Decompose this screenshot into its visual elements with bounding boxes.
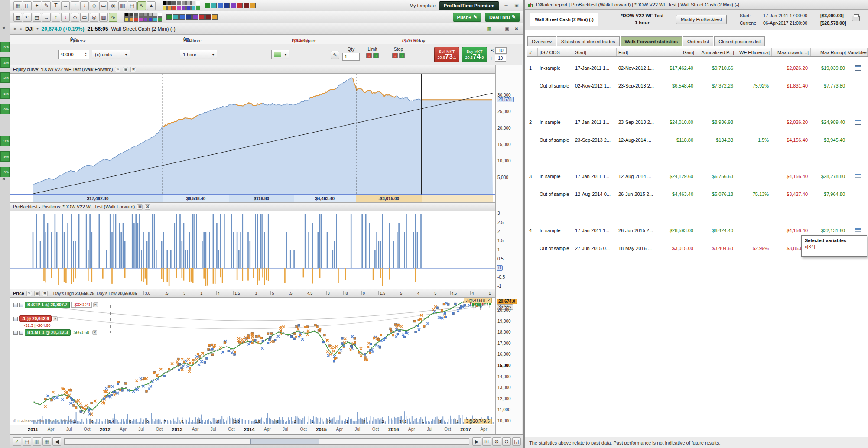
column-header[interactable]: WF Efficiency| — [736, 48, 772, 56]
color-swatch-icon[interactable] — [205, 3, 210, 8]
order-tool-icon[interactable] — [13, 331, 18, 335]
chevron-down-icon[interactable]: ▾ — [36, 27, 38, 31]
minimize-icon[interactable]: ─ — [503, 3, 510, 8]
pane-settings-icon[interactable]: ✎ — [26, 291, 32, 296]
color-swatch-icon[interactable] — [244, 3, 249, 8]
color-swatch-icon[interactable] — [129, 17, 133, 22]
snap-magnet-icon[interactable]: ⊞ — [482, 437, 491, 446]
indicator-list-icon[interactable]: ▥ — [33, 437, 41, 446]
buy-stop-order-pill[interactable]: B:STP 1 @ 20,807.7 — [25, 302, 70, 308]
variables-table-icon[interactable] — [855, 65, 861, 71]
color-swatch-icon[interactable] — [153, 13, 157, 17]
watchlist-item[interactable]: .6% — [0, 88, 10, 99]
short-position-pill[interactable]: -1 @ 20,642.6 — [19, 315, 52, 322]
price-scale-column[interactable]: 30,00025,00020,00015,00010,0005,00028,57… — [495, 65, 522, 434]
table-row[interactable]: 2In-sample17-Jan-2011 1...23-Sep-2013 2.… — [527, 113, 868, 131]
pencil-draw-icon[interactable]: ✎ — [42, 1, 51, 10]
tab-walk-forward-statistics[interactable]: Walk Forward statistics — [621, 36, 682, 46]
equity-curve-chart[interactable] — [10, 74, 495, 195]
watchlist-item[interactable]: .3% — [0, 57, 10, 68]
order-preferences-icon[interactable]: ✎ — [331, 51, 339, 59]
order-tool-icon[interactable] — [19, 303, 23, 307]
my-template-label[interactable]: My template — [410, 3, 436, 8]
color-swatch-icon[interactable] — [205, 14, 211, 20]
pane-popout-icon[interactable]: ▣ — [34, 291, 40, 296]
color-swatch-icon[interactable] — [191, 6, 195, 10]
color-swatch-icon[interactable] — [211, 3, 217, 8]
cancel-order-icon[interactable]: ✖ — [92, 330, 97, 335]
color-swatch-icon[interactable] — [179, 14, 185, 20]
watchlist-item[interactable]: .9% — [0, 136, 10, 146]
color-swatch-icon[interactable] — [237, 3, 243, 8]
close-icon[interactable]: ✖ — [513, 26, 520, 31]
color-swatch-icon[interactable] — [167, 1, 172, 5]
close-icon[interactable]: ✖ — [538, 2, 545, 7]
watchlist-item[interactable]: .9% — [0, 167, 10, 177]
push-button[interactable]: Push+✎ — [453, 13, 482, 22]
stop-distance-field[interactable]: 10 — [495, 47, 507, 54]
order-tool-icon[interactable] — [13, 303, 18, 307]
chart-style-button[interactable]: ▾ — [271, 50, 289, 59]
curve-icon[interactable]: ∿ — [109, 13, 117, 22]
grid-icon[interactable]: ▦ — [42, 437, 51, 446]
qty-field[interactable] — [342, 53, 360, 61]
watchlist-item[interactable]: .2% — [0, 72, 10, 83]
watchlist-strip[interactable]: .6%.3%.2%.6%.6%.9%.9%.9%✖✖ — [0, 0, 10, 448]
orders-summary[interactable]: Orders: 0 | 2 — [70, 36, 73, 42]
rectangle-select-icon[interactable]: ▭ — [99, 1, 108, 10]
area-chart-mode-icon[interactable]: ▲ — [147, 1, 156, 10]
color-swatch-icon[interactable] — [182, 1, 186, 5]
text-tool-icon[interactable]: T — [52, 1, 60, 10]
limit-distance-field[interactable]: 10 — [495, 55, 506, 62]
stop-sell-icon[interactable]: ↓ — [392, 53, 398, 58]
crosshair-icon[interactable]: + — [33, 1, 41, 10]
order-tool-icon[interactable] — [19, 331, 23, 335]
pane-popout-icon[interactable]: ▣ — [137, 204, 143, 210]
trend-line-icon[interactable]: → — [61, 1, 70, 10]
column-header[interactable]: Max drawdo...| — [772, 48, 811, 56]
watchlist-item[interactable]: .6% — [0, 104, 10, 114]
pane-close-icon[interactable]: ✖ — [42, 291, 48, 296]
long-order-icon[interactable]: ↑ — [52, 13, 60, 22]
tab-closed-positions-list[interactable]: Closed positions list — [714, 36, 765, 46]
variables-table-icon[interactable] — [855, 120, 861, 125]
pane-popout-icon[interactable]: ▣ — [123, 67, 128, 72]
horizontal-scrollbar[interactable] — [64, 438, 469, 445]
color-swatch-icon[interactable] — [124, 17, 129, 22]
tab-orders-list[interactable]: Orders list — [683, 36, 713, 46]
color-swatch-icon[interactable] — [177, 1, 181, 5]
column-header[interactable]: Annualized P...| — [696, 48, 736, 56]
color-palette[interactable] — [163, 1, 200, 10]
color-swatch-icon[interactable] — [166, 14, 172, 20]
color-swatch-icon[interactable] — [173, 14, 179, 20]
variables-table-icon[interactable] — [855, 174, 861, 179]
tab-statistics-of-closed-trades[interactable]: Statistics of closed trades — [557, 36, 620, 46]
limit-sell-icon[interactable]: ↓ — [366, 53, 372, 58]
column-header[interactable]: Gain| — [660, 48, 696, 56]
maximize-icon[interactable]: ▣ — [504, 26, 510, 31]
workspace-grid-icon[interactable]: ▦ — [487, 26, 491, 32]
table-row[interactable]: Out of sample12-Aug-2014 0...26-Jun-2015… — [527, 185, 868, 203]
color-swatch-icon[interactable] — [212, 14, 218, 20]
wf-table-header[interactable]: #|IS / OOSStart|End|Gain|Annualized P...… — [527, 48, 868, 57]
limit-buy-icon[interactable]: ↑ — [373, 53, 379, 58]
color-swatch-icon[interactable] — [196, 1, 200, 5]
column-header[interactable]: Variables — [848, 48, 868, 56]
color-swatch-icon[interactable] — [158, 13, 162, 17]
color-swatch-icon[interactable] — [124, 13, 129, 17]
modify-probacktest-button[interactable]: Modify ProBacktest — [676, 15, 727, 24]
color-palette[interactable] — [124, 13, 162, 22]
color-swatch-icon[interactable] — [186, 6, 191, 10]
candlestick-mode-icon[interactable]: ▥ — [118, 1, 127, 10]
color-swatch-icon[interactable] — [177, 6, 181, 10]
delete-drawings-icon[interactable]: ▦ — [13, 1, 22, 10]
color-swatch-icon[interactable] — [191, 1, 195, 5]
color-swatch-icon[interactable] — [158, 17, 162, 22]
duplicate-chart-icon[interactable]: ◫ — [23, 1, 32, 10]
color-swatch-icon[interactable] — [139, 13, 143, 17]
magnifier-tool-icon[interactable]: ◎ — [90, 13, 98, 22]
quantity-stepper[interactable]: ▲▼ — [58, 50, 89, 59]
close-position-icon[interactable]: ✖ — [53, 316, 58, 321]
column-header[interactable]: |IS / OOS — [538, 48, 573, 56]
bar-chart-mode-icon[interactable]: ▤ — [128, 1, 137, 10]
